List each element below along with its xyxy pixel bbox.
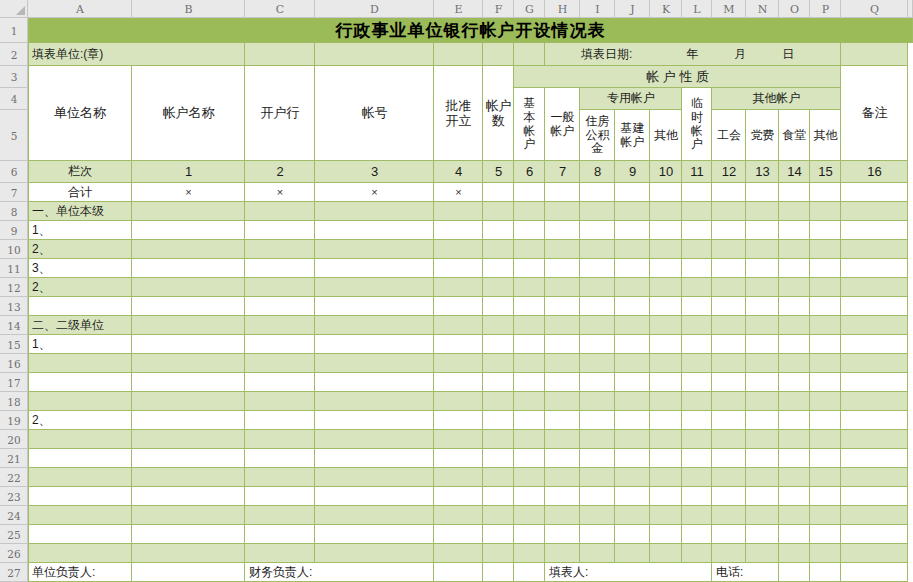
cell-row22-label[interactable] xyxy=(28,468,132,487)
cell-empty[interactable] xyxy=(682,525,712,544)
cell-row24-label[interactable] xyxy=(28,506,132,525)
cell-row8-label[interactable]: 一、单位本级 xyxy=(28,202,132,221)
cell-empty[interactable] xyxy=(315,487,434,506)
cell-empty[interactable] xyxy=(132,221,245,240)
cell-empty[interactable] xyxy=(545,278,580,297)
cell-empty[interactable] xyxy=(779,373,810,392)
cell-empty[interactable] xyxy=(779,563,810,582)
cell-empty[interactable] xyxy=(483,240,514,259)
cell-empty[interactable] xyxy=(245,354,315,373)
cell-total-mark[interactable]: × xyxy=(132,183,245,202)
cell-empty[interactable] xyxy=(779,449,810,468)
cell-empty[interactable] xyxy=(682,487,712,506)
cell-empty[interactable] xyxy=(650,354,682,373)
cell-empty[interactable] xyxy=(245,43,315,66)
cell-empty[interactable] xyxy=(650,221,682,240)
col-header-l[interactable]: L xyxy=(682,0,712,18)
cell-empty[interactable] xyxy=(712,183,746,202)
cell-empty[interactable] xyxy=(712,525,746,544)
cell-empty[interactable] xyxy=(650,373,682,392)
header-special-other[interactable]: 其他 xyxy=(650,110,682,161)
cell-empty[interactable] xyxy=(779,544,810,563)
cell-empty[interactable] xyxy=(580,525,615,544)
cell-empty[interactable] xyxy=(545,544,580,563)
cell-empty[interactable] xyxy=(245,335,315,354)
cell-empty[interactable] xyxy=(434,354,483,373)
cell-empty[interactable] xyxy=(315,240,434,259)
cell-empty[interactable] xyxy=(545,487,580,506)
row-header-5[interactable]: 5 xyxy=(0,110,28,161)
cell-empty[interactable] xyxy=(810,411,841,430)
cell-empty[interactable] xyxy=(615,278,650,297)
cell-empty[interactable] xyxy=(746,487,779,506)
cell-empty[interactable] xyxy=(779,259,810,278)
cell-empty[interactable] xyxy=(615,430,650,449)
col-header-k[interactable]: K xyxy=(650,0,682,18)
cell-empty[interactable] xyxy=(650,544,682,563)
cell-empty[interactable] xyxy=(315,373,434,392)
row-header-17[interactable]: 17 xyxy=(0,373,28,392)
cell-empty[interactable] xyxy=(483,278,514,297)
cell-empty[interactable] xyxy=(615,354,650,373)
row-header-19[interactable]: 19 xyxy=(0,411,28,430)
cell-empty[interactable] xyxy=(746,183,779,202)
cell-row21-label[interactable] xyxy=(28,449,132,468)
cell-colnum-8[interactable]: 8 xyxy=(580,161,615,183)
cell-empty[interactable] xyxy=(682,373,712,392)
cell-colnum-10[interactable]: 10 xyxy=(650,161,682,183)
cell-empty[interactable] xyxy=(514,354,545,373)
header-account-count[interactable]: 帐户 数 xyxy=(483,66,514,161)
cell-empty[interactable] xyxy=(615,544,650,563)
cell-empty[interactable] xyxy=(315,392,434,411)
cell-empty[interactable] xyxy=(545,468,580,487)
cell-empty[interactable] xyxy=(514,183,545,202)
cell-empty[interactable] xyxy=(245,240,315,259)
cell-empty[interactable] xyxy=(132,354,245,373)
header-canteen[interactable]: 食堂 xyxy=(779,110,810,161)
cell-colnum-14[interactable]: 14 xyxy=(779,161,810,183)
cell-empty[interactable] xyxy=(545,411,580,430)
cell-empty[interactable] xyxy=(841,544,908,563)
cell-empty[interactable] xyxy=(615,411,650,430)
header-other-accounts[interactable]: 其他帐户 xyxy=(712,88,841,110)
cell-empty[interactable] xyxy=(514,297,545,316)
row-header-27[interactable]: 27 xyxy=(0,563,28,582)
cell-empty[interactable] xyxy=(712,297,746,316)
cell-empty[interactable] xyxy=(841,202,908,221)
cell-preparer-label[interactable]: 填表人: xyxy=(545,563,712,582)
cell-empty[interactable] xyxy=(483,449,514,468)
cell-empty[interactable] xyxy=(315,411,434,430)
cell-colnum-13[interactable]: 13 xyxy=(746,161,779,183)
cell-empty[interactable] xyxy=(746,202,779,221)
select-all-corner[interactable] xyxy=(0,0,28,18)
cell-row13-label[interactable] xyxy=(28,297,132,316)
cell-empty[interactable] xyxy=(615,221,650,240)
cell-empty[interactable] xyxy=(514,525,545,544)
col-header-e[interactable]: E xyxy=(434,0,483,18)
cell-empty[interactable] xyxy=(545,316,580,335)
cell-empty[interactable] xyxy=(132,544,245,563)
cell-empty[interactable] xyxy=(841,221,908,240)
cell-empty[interactable] xyxy=(650,278,682,297)
cell-empty[interactable] xyxy=(746,373,779,392)
cell-empty[interactable] xyxy=(841,43,908,66)
cell-row25-label[interactable] xyxy=(28,525,132,544)
col-header-c[interactable]: C xyxy=(245,0,315,18)
col-header-m[interactable]: M xyxy=(712,0,746,18)
cell-empty[interactable] xyxy=(514,544,545,563)
cell-empty[interactable] xyxy=(514,259,545,278)
cell-empty[interactable] xyxy=(132,278,245,297)
cell-empty[interactable] xyxy=(779,335,810,354)
cell-empty[interactable] xyxy=(514,392,545,411)
cell-empty[interactable] xyxy=(514,468,545,487)
cell-empty[interactable] xyxy=(245,297,315,316)
cell-empty[interactable] xyxy=(650,525,682,544)
row-header-12[interactable]: 12 xyxy=(0,278,28,297)
cell-empty[interactable] xyxy=(245,221,315,240)
cell-empty[interactable] xyxy=(746,411,779,430)
cell-empty[interactable] xyxy=(545,449,580,468)
header-basic-account[interactable]: 基 本 帐 户 xyxy=(514,88,545,161)
cell-empty[interactable] xyxy=(580,183,615,202)
cell-empty[interactable] xyxy=(810,392,841,411)
cell-empty[interactable] xyxy=(746,297,779,316)
